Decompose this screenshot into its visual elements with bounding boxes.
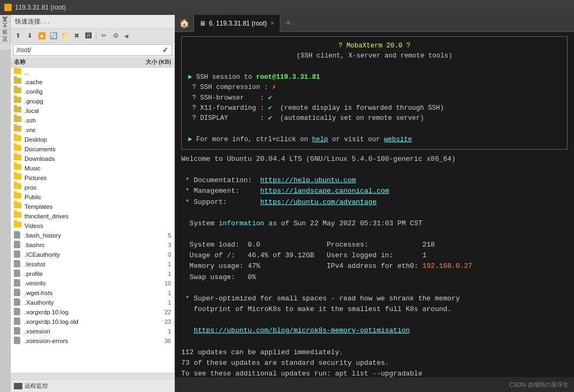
toolbar-delete-btn[interactable]: ✖ xyxy=(71,30,82,41)
file-item[interactable]: .xorgxrdp.10.log22 xyxy=(11,307,174,317)
toolbar-rename-btn[interactable]: 🅰 xyxy=(83,30,94,41)
sidebar-toolbar: ⬆ ⬇ 🔼 🔄 📁 ✖ 🅰 ✏ ⚙ ◀ xyxy=(11,29,174,43)
toolbar-edit-btn[interactable]: ✏ xyxy=(99,30,109,41)
file-item[interactable]: .gnupg xyxy=(11,96,174,106)
file-item[interactable]: .ssh xyxy=(11,116,174,125)
tab-close-button[interactable]: ✕ xyxy=(270,20,274,26)
vtab-会话[interactable]: 会话 xyxy=(0,15,10,22)
terminal-line xyxy=(181,229,568,240)
file-item[interactable]: .wget-hsts1 xyxy=(11,288,174,298)
bottom-bar: CSDN @烟雨の落浮生 xyxy=(175,377,574,392)
file-name: .profile xyxy=(25,271,139,277)
file-item[interactable]: .bashrc3 xyxy=(11,240,174,250)
vtab-宏[interactable]: 宏 xyxy=(0,43,10,50)
file-list-header: 名称 大小 (KB) xyxy=(11,57,174,68)
folder-icon xyxy=(14,145,22,153)
terminal-tab[interactable]: 🖥 6. 119.3.31.81 (root) ✕ xyxy=(194,15,280,32)
file-item[interactable]: .vnc xyxy=(11,125,174,135)
folder-icon xyxy=(14,116,22,125)
ssh-compression-line: ? SSH compression : ✗ xyxy=(188,83,561,93)
file-item[interactable]: pros xyxy=(11,183,174,192)
file-name: .xsession xyxy=(25,328,139,334)
file-icon xyxy=(14,250,22,259)
ssh-browser-line: ? SSH-browser : ✔ xyxy=(188,93,561,103)
terminal-line: To see these additional updates run: apt… xyxy=(181,369,568,377)
vtab-游[interactable]: 游 xyxy=(0,36,10,43)
terminal-line: System information as of Sun 22 May 2022… xyxy=(181,218,568,229)
file-item[interactable]: Templates xyxy=(11,202,174,211)
file-item[interactable]: .Xauthority1 xyxy=(11,298,174,307)
file-item[interactable]: .local xyxy=(11,106,174,116)
vtab-工具[interactable]: 工具 xyxy=(0,22,10,29)
file-item[interactable]: Videos xyxy=(11,221,174,231)
folder-icon xyxy=(14,193,22,201)
file-item[interactable]: Documents xyxy=(11,144,174,154)
title-bar: 119.3.31.81 (root) xyxy=(0,0,574,15)
file-item[interactable]: Music xyxy=(11,164,174,173)
file-item[interactable]: .config xyxy=(11,87,174,96)
file-item[interactable]: Desktop xyxy=(11,135,174,144)
vtab-文[interactable]: 文 xyxy=(0,29,10,36)
file-name: .vnc xyxy=(25,127,139,133)
file-size: 1 xyxy=(139,328,171,334)
folder-icon xyxy=(14,183,22,192)
sidebar-bottom-label: 远程监控 xyxy=(25,382,48,390)
file-size: 36 xyxy=(139,338,171,344)
terminal-line: 73 of these updates are standard securit… xyxy=(181,358,568,369)
file-name: .local xyxy=(25,108,139,114)
file-name: pros xyxy=(25,184,139,191)
terminal-line xyxy=(181,336,568,347)
file-header-size: 大小 (KB) xyxy=(139,58,171,66)
file-item[interactable]: .profile1 xyxy=(11,269,174,279)
file-item[interactable]: Public xyxy=(11,192,174,202)
file-item[interactable]: .lesshst1 xyxy=(11,259,174,269)
scrollbar-horizontal[interactable] xyxy=(11,373,174,379)
file-item[interactable]: .xsession1 xyxy=(11,326,174,336)
toolbar-separator xyxy=(96,31,96,40)
toolbar-up-btn[interactable]: 🔼 xyxy=(36,30,47,41)
file-name: .xsession-errors xyxy=(25,338,139,344)
file-name: Public xyxy=(25,194,139,200)
path-text: /root/ xyxy=(17,46,31,54)
file-item[interactable]: thinclient_drives xyxy=(11,211,174,221)
terminal-line: https://ubuntu.com/blog/microk8s-memory-… xyxy=(181,325,568,336)
file-item[interactable]: .bash_history5 xyxy=(11,231,174,240)
file-name: Desktop xyxy=(25,136,139,143)
welcome-box: ? MobaXterm 20.0 ? (SSH client, X-server… xyxy=(181,36,568,150)
file-item[interactable]: Pictures xyxy=(11,173,174,183)
home-button[interactable]: 🏠 xyxy=(175,15,194,32)
file-name: .viminfo xyxy=(25,280,139,287)
toolbar-more-btn[interactable]: ⚙ xyxy=(110,30,121,41)
file-item[interactable]: .viminfo10 xyxy=(11,279,174,288)
file-icon xyxy=(14,231,22,240)
terminal-line: Swap usage: 0% xyxy=(181,272,568,283)
file-icon xyxy=(14,279,22,288)
file-item[interactable]: Downloads xyxy=(11,154,174,164)
toolbar-refresh-btn[interactable]: 🔄 xyxy=(48,30,59,41)
folder-icon xyxy=(14,78,22,86)
toolbar-download-btn[interactable]: ⬇ xyxy=(25,30,35,41)
terminal-line xyxy=(181,165,568,175)
file-icon xyxy=(14,289,22,297)
tab-label: 6. 119.3.31.81 (root) xyxy=(209,20,267,27)
toolbar-newfolder-btn[interactable]: 📁 xyxy=(60,30,70,41)
toolbar-upload-btn[interactable]: ⬆ xyxy=(13,30,23,41)
main-layout: 会话工具文游宏 快速连接. . . ⬆ ⬇ 🔼 🔄 📁 ✖ 🅰 ✏ ⚙ ◀ /r… xyxy=(0,15,574,392)
file-item[interactable]: .cache xyxy=(11,77,174,87)
file-item[interactable]: .ICEauthority0 xyxy=(11,250,174,259)
x11-forward-line: ? X11-forwarding : ✔ (remote display is … xyxy=(188,103,561,113)
new-tab-button[interactable]: + xyxy=(280,15,296,32)
watermark-text: CSDN @烟雨の落浮生 xyxy=(510,381,569,389)
display-line: ? DISPLAY : ✔ (automatically set on remo… xyxy=(188,113,561,124)
sidebar: 快速连接. . . ⬆ ⬇ 🔼 🔄 📁 ✖ 🅰 ✏ ⚙ ◀ /root/ ✓ 名… xyxy=(11,15,175,392)
file-name: .bashrc xyxy=(25,242,139,248)
file-size: 1 xyxy=(139,290,171,296)
file-item[interactable]: .xorgxrdp.10.log.old23 xyxy=(11,317,174,326)
file-item[interactable]: .xsession-errors36 xyxy=(11,336,174,346)
welcome-subtitle: (SSH client, X-server and remote tools) xyxy=(188,51,561,61)
file-size: 22 xyxy=(139,309,171,315)
file-item[interactable]: .. xyxy=(11,68,174,77)
quick-connect-bar: 快速连接. . . xyxy=(11,15,174,29)
app-icon xyxy=(4,4,12,11)
folder-icon xyxy=(14,97,22,105)
